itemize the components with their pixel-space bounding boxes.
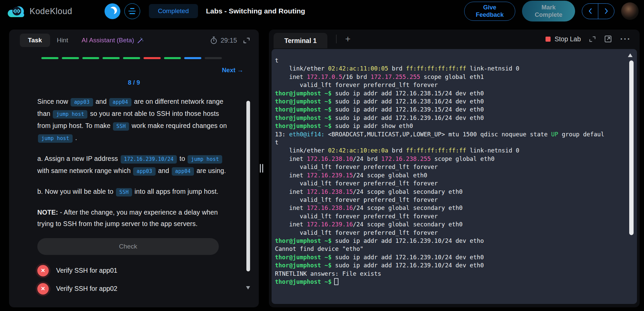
progress-segment-green[interactable]	[164, 57, 181, 59]
tab-ai-assistant[interactable]: AI Assistant (Beta)	[75, 34, 151, 47]
terminal-text: sudo ip addr add 172.16.238.15/24 dev et…	[332, 90, 484, 97]
user-avatar[interactable]	[621, 2, 639, 20]
terminal-text: /24 brd	[353, 156, 381, 162]
inline-code-badge: app03	[133, 167, 155, 176]
terminal-line: thor@jumphost ~$ sudo ip addr add 172.16…	[275, 89, 637, 97]
progress-segment-green[interactable]	[103, 57, 120, 59]
terminal-line: thor@jumphost ~$ sudo ip addr add 172.16…	[275, 97, 637, 105]
terminal-text: link/ether	[275, 65, 328, 72]
terminal-text: scope global eth0	[431, 156, 495, 162]
terminal-line: valid_lft forever preferred_lft forever	[275, 163, 637, 171]
terminal-line: thor@jumphost ~$	[275, 278, 637, 286]
hamburger-icon	[128, 8, 136, 14]
expand-task-panel-button[interactable]	[243, 37, 250, 44]
brand-logo[interactable]: KodeKloud	[7, 4, 72, 18]
task-text-span: to	[177, 155, 187, 162]
progress-bar[interactable]	[41, 57, 222, 59]
terminal-line: thor@jumphost ~$ sudo ip addr add 172.16…	[275, 114, 637, 122]
progress-segment-inactive[interactable]	[205, 57, 222, 59]
brand-name: KodeKloud	[30, 6, 72, 16]
progress-segment-green[interactable]	[123, 57, 140, 59]
terminal-line: inet 172.16.238.16/24 scope global secon…	[275, 204, 637, 212]
tab-divider	[336, 35, 336, 43]
mark-complete-button[interactable]: Mark Complete	[522, 1, 575, 21]
terminal-text: /24 scope global secondary eth0	[353, 205, 463, 211]
terminal-cursor	[334, 278, 338, 285]
add-terminal-button[interactable]: +	[345, 35, 351, 44]
progress-segment-green[interactable]	[41, 57, 58, 59]
chevron-right-icon	[604, 8, 609, 14]
terminal-text: t	[275, 139, 279, 146]
terminal-line: inet 172.16.239.16/24 scope global secon…	[275, 220, 637, 228]
terminal-text: t	[275, 57, 279, 64]
terminal-line: thor@jumphost ~$ sudo ip addr add 172.16…	[275, 253, 637, 261]
terminal-screen[interactable]: t link/ether 02:42:ac:11:00:05 brd ff:ff…	[272, 49, 637, 304]
terminal-text: UP	[551, 131, 558, 138]
task-text-span: NOTE:	[37, 209, 58, 216]
theme-toggle-button[interactable]	[105, 3, 120, 19]
terminal-controls: Stop Lab ···	[546, 34, 631, 44]
check-button[interactable]: Check	[37, 238, 219, 255]
terminal-text: RTNETLINK answers: File exists	[275, 270, 381, 277]
task-paragraph: a. Assign a new IP address 172.16.239.10…	[37, 153, 230, 177]
more-options-button[interactable]: ···	[620, 34, 631, 44]
verification-item: ✕Verify SSH for app02	[37, 283, 259, 295]
terminal-text: link-netnsid 0	[466, 65, 519, 72]
terminal-line: 13: eth0@if14: <BROADCAST,MULTICAST,UP,L…	[275, 130, 637, 138]
timer: 29:15	[210, 36, 237, 44]
terminal-text: ff:ff:ff:ff:ff:ff	[406, 147, 466, 154]
tab-task[interactable]: Task	[20, 34, 50, 47]
arrow-right-icon: →	[237, 66, 244, 74]
panel-resize-handle[interactable]	[260, 164, 263, 173]
terminal-text: valid_lft forever preferred_lft forever	[275, 213, 438, 220]
terminal-text: inet	[275, 188, 307, 195]
terminal-line: valid_lft forever preferred_lft forever	[275, 212, 637, 220]
inline-code-badge: app04	[172, 167, 194, 176]
open-external-button[interactable]	[604, 35, 612, 43]
task-paragraph: Since now app03 and app04 are on differe…	[37, 96, 230, 144]
progress-segment-green[interactable]	[82, 57, 99, 59]
inline-code-badge: app04	[109, 98, 131, 106]
page-indicator: 8 / 9	[9, 79, 259, 86]
tab-hint[interactable]: Hint	[50, 34, 75, 47]
terminal-tab[interactable]: Terminal 1	[274, 33, 327, 48]
previous-button[interactable]	[582, 4, 598, 19]
progress-segment-red[interactable]	[144, 57, 161, 59]
terminal-scrollbar-up-arrow[interactable]	[628, 53, 633, 57]
terminal-text: sudo ip addr add 172.16.239.10/24 dev et…	[332, 237, 484, 244]
status-badge: Completed	[149, 4, 198, 18]
terminal-line: t	[275, 56, 637, 64]
chevron-left-icon	[588, 8, 593, 14]
timer-value: 29:15	[220, 37, 237, 44]
next-row: Next →	[9, 66, 259, 74]
task-scrollbar-down-arrow[interactable]	[246, 286, 250, 290]
terminal-text: 13:	[275, 131, 289, 138]
terminal-line: link/ether 02:42:ac:11:00:05 brd ff:ff:f…	[275, 64, 637, 73]
expand-terminal-button[interactable]	[589, 36, 596, 43]
progress-segment-green[interactable]	[62, 57, 79, 59]
terminal-prompt: thor@jumphost ~$	[275, 98, 332, 105]
menu-button[interactable]	[124, 3, 140, 19]
terminal-text: brd	[388, 147, 406, 154]
terminal-line: link/ether 02:42:ac:10:ee:0a brd ff:ff:f…	[275, 146, 637, 154]
terminal-text: group defaul	[558, 131, 604, 138]
verification-label: Verify SSH for app02	[56, 285, 117, 293]
terminal-scrollbar-thumb[interactable]	[629, 60, 634, 235]
task-scrollbar-thumb[interactable]	[246, 101, 250, 271]
terminal-text: /24 scope global eth0	[353, 172, 427, 179]
next-task-link[interactable]: Next →	[222, 66, 243, 74]
stop-lab-button[interactable]: Stop Lab	[546, 35, 581, 43]
terminal-prompt: thor@jumphost ~$	[275, 237, 332, 244]
terminal-text: 02:42:ac:11:00:05	[328, 65, 388, 72]
give-feedback-button[interactable]: Give Feedback	[464, 2, 515, 21]
terminal-text: 172.16.238.255	[381, 156, 431, 162]
fail-cross-icon: ✕	[37, 265, 49, 276]
inline-code-badge: jump host	[38, 134, 73, 143]
next-button[interactable]	[598, 4, 614, 19]
terminal-prompt: thor@jumphost ~$	[275, 115, 332, 121]
terminal-text: sudo ip addr show eth0	[332, 123, 413, 129]
terminal-text: ff:ff:ff:ff:ff:ff	[406, 65, 466, 72]
topbar-actions: Give Feedback Mark Complete	[464, 1, 641, 21]
fail-cross-icon: ✕	[37, 283, 49, 295]
progress-segment-blue[interactable]	[184, 57, 201, 59]
